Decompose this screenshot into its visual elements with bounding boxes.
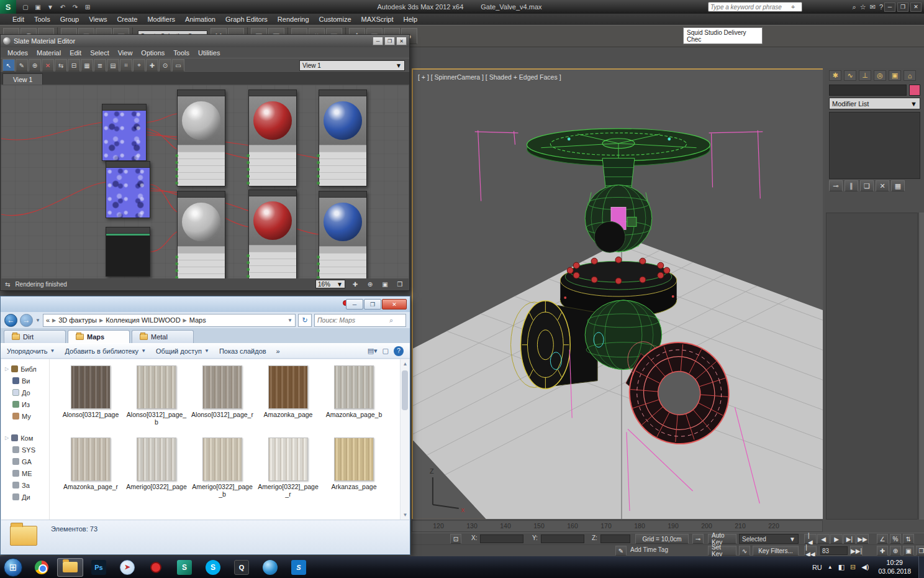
- tab-metal[interactable]: Metal: [132, 330, 194, 343]
- menu-tools[interactable]: Tools: [169, 49, 194, 57]
- key-filter-selected-combo[interactable]: Selected▼: [739, 534, 799, 544]
- menu-select[interactable]: Select: [86, 49, 114, 57]
- go-to-end-button[interactable]: ▶▶: [856, 534, 869, 544]
- sidebar-item-drive-me[interactable]: ME: [1, 467, 49, 479]
- sidebar-item-drive-sys[interactable]: SYS: [1, 444, 49, 456]
- x-coordinate-field[interactable]: [480, 534, 523, 543]
- help-icon[interactable]: ?: [879, 3, 883, 11]
- key-mode-icon[interactable]: ⊸: [692, 534, 704, 544]
- refresh-icon[interactable]: ↻: [298, 314, 312, 327]
- breadcrumb-segment[interactable]: Maps: [189, 316, 206, 324]
- menu-options[interactable]: Options: [137, 49, 169, 57]
- zoom-level-combo[interactable]: 16%▼: [315, 280, 345, 288]
- zoom-extents-icon[interactable]: ❒: [395, 281, 405, 288]
- taskbar-browser[interactable]: ➤: [114, 558, 140, 577]
- add-time-tag[interactable]: Add Time Tag: [630, 546, 668, 553]
- pan-icon[interactable]: ✚: [877, 546, 888, 556]
- make-unique-button[interactable]: ❏: [860, 180, 874, 191]
- viewport-canvas[interactable]: Z x: [413, 70, 823, 519]
- taskbar-3dsmax[interactable]: S: [171, 558, 197, 577]
- material-node[interactable]: [248, 190, 297, 278]
- share-menu[interactable]: Общий доступ▼: [156, 347, 209, 355]
- sidebar-item-computer[interactable]: ▷Ком: [1, 432, 49, 444]
- perspective-viewport[interactable]: [ + ] [ SpinnerCamera ] [ Shaded + Edged…: [412, 68, 823, 519]
- file-item[interactable]: Amerigo[0322]_page_r: [257, 438, 319, 510]
- layout-children-icon[interactable]: ▤: [107, 59, 119, 71]
- taskbar-soft[interactable]: S: [286, 558, 312, 577]
- language-indicator[interactable]: RU: [812, 564, 822, 571]
- viewport-label[interactable]: [ + ] [ SpinnerCamera ] [ Shaded + Edged…: [418, 73, 561, 81]
- toolbar-popup[interactable]: Squid Studio Delivery Chec: [683, 27, 763, 44]
- menu-modes[interactable]: Modes: [3, 49, 32, 57]
- menu-modifiers[interactable]: Modifiers: [142, 16, 180, 23]
- sidebar-item-documents[interactable]: До: [1, 387, 49, 398]
- scroll-down-icon[interactable]: ▼: [401, 510, 410, 520]
- current-frame-field[interactable]: [820, 546, 848, 555]
- modifier-stack[interactable]: [829, 112, 920, 179]
- explorer-search-box[interactable]: ⌕: [314, 314, 406, 327]
- sidebar-item-pictures[interactable]: Из: [1, 398, 49, 410]
- breadcrumb-segment[interactable]: 3D фактуры: [58, 316, 97, 324]
- search-icon[interactable]: ⌕: [389, 316, 393, 324]
- infocenter-search[interactable]: ⌖: [708, 2, 802, 12]
- put-to-scene-icon[interactable]: ⊕: [29, 59, 41, 71]
- zoom-extents-icon[interactable]: ⌖: [133, 59, 145, 71]
- scrollbar-thumb[interactable]: [402, 370, 408, 410]
- taskbar-photoshop[interactable]: Ps: [86, 558, 112, 577]
- track-bar[interactable]: 120 130 140 150 160 170 180 190 200 210 …: [412, 520, 823, 532]
- show-desktop-button[interactable]: [918, 556, 924, 578]
- file-item[interactable]: Amazonka_page_r: [60, 438, 122, 510]
- zoom-icon[interactable]: ⊕: [890, 546, 901, 556]
- delete-selected-icon[interactable]: ✕: [42, 59, 54, 71]
- menu-animation[interactable]: Animation: [180, 16, 220, 23]
- scrollbar[interactable]: ▲ ▼: [400, 359, 409, 520]
- move-children-icon[interactable]: ⇆: [55, 59, 67, 71]
- recent-pages-chevron-icon[interactable]: ▼: [35, 318, 40, 323]
- modify-tab-icon[interactable]: ∿: [844, 70, 856, 81]
- time-tag-icon[interactable]: ✎: [615, 546, 627, 556]
- object-name-field[interactable]: [829, 85, 907, 96]
- file-item[interactable]: Amazonka_page_b: [323, 365, 385, 438]
- select-tool-icon[interactable]: ↖: [2, 59, 15, 71]
- material-node[interactable]: [319, 191, 367, 278]
- play-button[interactable]: ▶: [830, 534, 843, 544]
- taskbar-chrome[interactable]: [29, 558, 55, 577]
- hierarchy-tab-icon[interactable]: ⊥: [859, 70, 871, 81]
- file-item[interactable]: Amerigo[0322]_page_b: [191, 438, 253, 510]
- volume-icon[interactable]: ◀): [861, 563, 869, 571]
- pick-material-icon[interactable]: ✎: [16, 59, 28, 71]
- slate-titlebar[interactable]: Slate Material Editor ─ ❐ ✕: [1, 35, 409, 47]
- zoom-tool-icon[interactable]: ⊕: [365, 281, 375, 288]
- views-button-icon[interactable]: ▤▾: [368, 347, 378, 355]
- expand-icon[interactable]: ▷: [5, 366, 9, 372]
- z-coordinate-field[interactable]: [600, 534, 630, 543]
- menu-edit[interactable]: Edit: [7, 16, 29, 23]
- tab-dirt[interactable]: Dirt: [4, 330, 66, 343]
- go-to-start-button[interactable]: |◀: [804, 534, 817, 544]
- display-icon[interactable]: ◧: [838, 563, 845, 571]
- minimize-button[interactable]: ─: [346, 299, 363, 310]
- slideshow-button[interactable]: Показ слайдов: [219, 347, 266, 355]
- minimize-button[interactable]: ─: [373, 37, 383, 45]
- undo-icon[interactable]: ↶: [57, 2, 68, 12]
- create-tab-icon[interactable]: ✱: [829, 70, 841, 81]
- key-filters-icon[interactable]: ∿: [739, 546, 750, 556]
- y-coordinate-field[interactable]: [541, 534, 584, 543]
- command-panel-scrollbar[interactable]: [918, 213, 924, 520]
- modifier-list-dropdown[interactable]: Modifier List ▼: [829, 98, 920, 109]
- menu-customize[interactable]: Customize: [314, 16, 356, 23]
- slate-view-combo[interactable]: View 1▼: [299, 60, 405, 71]
- taskbar-recorder[interactable]: [143, 558, 169, 577]
- search-input[interactable]: [710, 4, 791, 11]
- hide-unused-slots-icon[interactable]: ⊟: [68, 59, 80, 71]
- project-folder-icon[interactable]: ⊞: [82, 2, 93, 12]
- key-filters-button[interactable]: Key Filters...: [753, 546, 799, 556]
- preview-pane-icon[interactable]: ▢: [383, 347, 389, 355]
- spinner-snap-icon[interactable]: ⇅: [903, 534, 914, 544]
- previous-frame-button[interactable]: ◀: [817, 534, 830, 544]
- start-button[interactable]: ⊞: [4, 558, 22, 577]
- scroll-up-icon[interactable]: ▲: [401, 359, 410, 369]
- object-color-swatch[interactable]: [909, 85, 920, 96]
- menu-view[interactable]: View: [114, 49, 137, 57]
- search-icon[interactable]: ⌖: [791, 3, 795, 11]
